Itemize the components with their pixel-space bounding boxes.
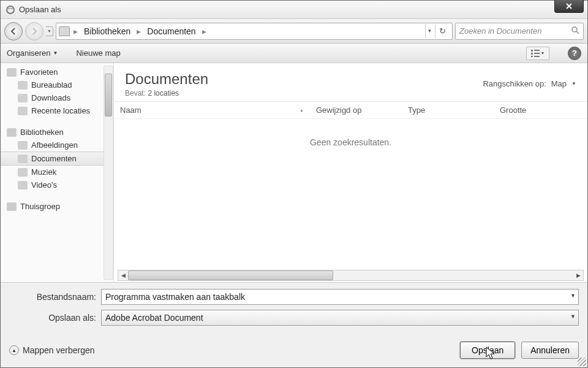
titlebar: Opslaan als bbox=[1, 1, 587, 19]
filetype-select[interactable]: Adobe Acrobat Document ▼ bbox=[101, 310, 579, 326]
horizontal-scrollbar[interactable]: ◀ ▶ bbox=[118, 270, 584, 281]
sidebar-libraries[interactable]: Bibliotheken bbox=[1, 126, 113, 139]
main-pane: Documenten Bevat: 2 locaties Rangschikke… bbox=[114, 63, 587, 282]
body: Favorieten Bureaublad Downloads Recente … bbox=[1, 63, 587, 282]
empty-state: Geen zoekresultaten. bbox=[114, 119, 587, 269]
navbar: ▼ ▸ Bibliotheken ▸ Documenten ▸ ▼ ↻ Zoek… bbox=[1, 19, 587, 44]
save-fields: Bestandsnaam: Programma vastmaken aan ta… bbox=[1, 282, 587, 334]
svg-rect-3 bbox=[534, 50, 540, 51]
location-heading: Documenten bbox=[125, 71, 208, 88]
column-headers: Naam▲ Gewijzigd op Type Grootte bbox=[114, 102, 587, 119]
svg-point-1 bbox=[572, 27, 577, 32]
scroll-left-button[interactable]: ◀ bbox=[118, 270, 128, 280]
resize-grip[interactable] bbox=[578, 358, 586, 366]
star-icon bbox=[7, 68, 17, 77]
arrow-left-icon bbox=[9, 27, 18, 36]
homegroup-icon bbox=[7, 202, 17, 211]
sidebar-item-videos[interactable]: Video's bbox=[1, 178, 113, 191]
filename-dropdown[interactable]: ▼ bbox=[570, 293, 576, 299]
saveas-label: Opslaan als: bbox=[9, 313, 101, 323]
chevron-up-icon: ▲ bbox=[9, 345, 19, 355]
save-as-dialog: Opslaan als ▼ ▸ Bibliotheken ▸ Documente… bbox=[0, 0, 588, 368]
sidebar-scrollbar[interactable] bbox=[104, 66, 113, 280]
svg-rect-4 bbox=[531, 53, 533, 55]
footer: ▲ Mappen verbergen Opslaan Annuleren bbox=[1, 334, 587, 367]
scroll-right-button[interactable]: ▶ bbox=[573, 270, 583, 280]
scroll-track[interactable] bbox=[128, 270, 573, 280]
close-icon bbox=[565, 2, 573, 10]
organize-menu[interactable]: Organiseren▼ bbox=[7, 48, 58, 58]
help-button[interactable]: ? bbox=[568, 47, 581, 60]
desktop-icon bbox=[18, 81, 28, 90]
cancel-button[interactable]: Annuleren bbox=[521, 342, 579, 359]
view-icon bbox=[531, 50, 540, 57]
videos-icon bbox=[18, 181, 28, 190]
view-options-button[interactable]: ▼ bbox=[526, 47, 549, 60]
recent-icon bbox=[18, 107, 28, 115]
sidebar: Favorieten Bureaublad Downloads Recente … bbox=[1, 63, 114, 282]
column-modified[interactable]: Gewijzigd op bbox=[316, 105, 408, 115]
svg-rect-6 bbox=[531, 56, 533, 57]
breadcrumb-separator: ▸ bbox=[201, 26, 208, 36]
history-dropdown[interactable]: ▼ bbox=[46, 26, 53, 36]
documents-icon bbox=[18, 155, 28, 163]
back-button[interactable] bbox=[4, 22, 23, 40]
sidebar-item-desktop[interactable]: Bureaublad bbox=[1, 79, 113, 91]
breadcrumb-item[interactable]: Documenten bbox=[145, 25, 198, 37]
column-name[interactable]: Naam▲ bbox=[120, 105, 316, 115]
downloads-icon bbox=[18, 94, 28, 102]
search-input[interactable]: Zoeken in Documenten bbox=[455, 23, 584, 40]
filename-label: Bestandsnaam: bbox=[9, 292, 101, 302]
close-button[interactable] bbox=[554, 0, 584, 13]
svg-point-0 bbox=[7, 6, 14, 13]
scrollbar-thumb[interactable] bbox=[105, 74, 112, 117]
column-size[interactable]: Grootte bbox=[500, 105, 581, 115]
svg-rect-7 bbox=[534, 56, 540, 57]
location-subtext: Bevat: 2 locaties bbox=[125, 89, 208, 98]
breadcrumb-separator: ▸ bbox=[72, 26, 79, 36]
refresh-button[interactable]: ↻ bbox=[435, 25, 450, 38]
sidebar-item-pictures[interactable]: Afbeeldingen bbox=[1, 139, 113, 151]
breadcrumb-item[interactable]: Bibliotheken bbox=[81, 25, 133, 37]
column-type[interactable]: Type bbox=[408, 105, 500, 115]
arrow-right-icon bbox=[30, 27, 39, 36]
new-folder-button[interactable]: Nieuwe map bbox=[76, 48, 120, 58]
breadcrumb-dropdown[interactable]: ▼ bbox=[425, 25, 434, 38]
sidebar-favorites[interactable]: Favorieten bbox=[1, 66, 113, 79]
sidebar-item-recent[interactable]: Recente locaties bbox=[1, 104, 113, 117]
sidebar-item-documents[interactable]: Documenten bbox=[1, 151, 113, 166]
breadcrumb[interactable]: ▸ Bibliotheken ▸ Documenten ▸ ▼ ↻ bbox=[56, 23, 453, 40]
sidebar-item-downloads[interactable]: Downloads bbox=[1, 91, 113, 104]
arrange-by[interactable]: Rangschikken op: Map ▼ bbox=[483, 71, 576, 88]
search-placeholder: Zoeken in Documenten bbox=[459, 26, 541, 36]
toolbar: Organiseren▼ Nieuwe map ▼ ? bbox=[1, 44, 587, 63]
libraries-icon bbox=[7, 128, 17, 137]
search-icon bbox=[571, 26, 579, 36]
window-title: Opslaan als bbox=[19, 5, 61, 14]
sidebar-item-music[interactable]: Muziek bbox=[1, 166, 113, 178]
sort-asc-icon: ▲ bbox=[300, 108, 316, 112]
pictures-icon bbox=[18, 141, 28, 150]
music-icon bbox=[18, 168, 28, 177]
filetype-dropdown[interactable]: ▼ bbox=[570, 313, 576, 320]
svg-rect-2 bbox=[531, 50, 533, 52]
scroll-thumb[interactable] bbox=[128, 270, 333, 280]
folder-icon bbox=[59, 26, 70, 36]
hide-folders-toggle[interactable]: ▲ Mappen verbergen bbox=[9, 345, 95, 355]
sidebar-homegroup[interactable]: Thuisgroep bbox=[1, 200, 113, 213]
filename-input[interactable]: Programma vastmaken aan taakbalk ▼ bbox=[101, 289, 579, 305]
save-button[interactable]: Opslaan bbox=[460, 342, 515, 359]
app-icon bbox=[6, 5, 15, 15]
breadcrumb-separator: ▸ bbox=[135, 26, 142, 36]
svg-rect-5 bbox=[534, 53, 540, 54]
main-header: Documenten Bevat: 2 locaties Rangschikke… bbox=[114, 63, 587, 102]
forward-button[interactable] bbox=[25, 22, 43, 40]
